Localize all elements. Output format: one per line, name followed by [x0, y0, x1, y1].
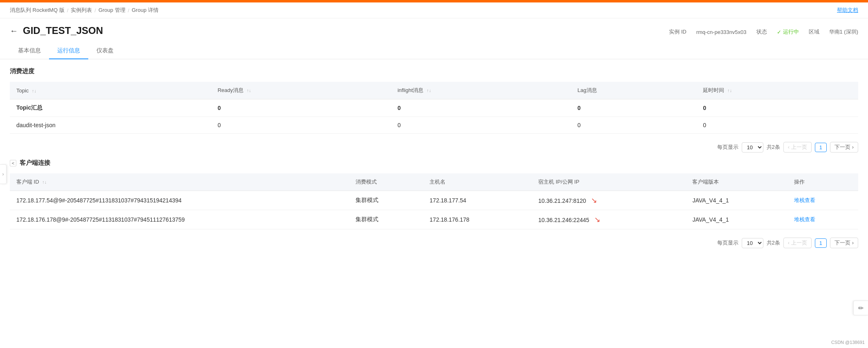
client-ip-1: 10.36.21.246:22445 ↘ [532, 210, 686, 229]
delay-0: 0 [696, 117, 858, 134]
consumption-row-0: daudit-test-json 0 0 0 0 [10, 117, 858, 134]
col-ip: 宿主机 IP/公网 IP [532, 173, 686, 191]
inflight-0: 0 [391, 117, 571, 134]
topic-name-0: daudit-test-json [10, 117, 211, 134]
breadcrumb-current: Group 详情 [132, 7, 159, 14]
consumption-page-num: 1 [815, 143, 827, 152]
tab-runtime[interactable]: 运行信息 [49, 43, 88, 59]
main-content: 消费进度 Topic ↑↓ Ready消息 ↑↓ inflight消息 ↑↓ [0, 59, 868, 261]
arrow-icon-0: ↘ [591, 196, 597, 204]
breadcrumb-sep-1: / [67, 7, 69, 13]
client-section: < 客户端连接 客户端 ID ↑↓ 消费模式 主机名 [10, 159, 858, 253]
consumption-page-size[interactable]: 10 20 50 [742, 142, 763, 153]
check-icon: ✓ [777, 29, 781, 35]
col-action: 操作 [787, 173, 858, 191]
consumption-section: 消费进度 Topic ↑↓ Ready消息 ↑↓ inflight消息 ↑↓ [10, 67, 858, 157]
client-version-0: JAVA_V4_4_1 [686, 191, 787, 210]
breadcrumb-bar: 消息队列 RocketMQ 版 / 实例列表 / Group 管理 / Grou… [0, 2, 868, 18]
instance-id-label: 实例 ID [669, 28, 687, 36]
col-topic: Topic ↑↓ [10, 82, 211, 99]
client-id-0: 172.18.177.54@9#-205487725#1131831037#79… [10, 191, 349, 210]
page-title-row: ← GID_TEST_JSON [10, 25, 103, 36]
client-section-title: 客户端连接 [20, 159, 50, 167]
back-button[interactable]: ← [10, 26, 18, 36]
tab-dashboard[interactable]: 仪表盘 [88, 43, 122, 59]
client-action-0: 堆栈查看 [787, 191, 858, 210]
client-ip-0: 10.36.21.247:8120 ↘ [532, 191, 686, 210]
per-page-label: 每页显示 [717, 144, 738, 151]
client-page-size[interactable]: 10 20 50 [742, 238, 763, 248]
client-prev-arrow-icon: ‹ [788, 240, 790, 246]
sort-ready-icon[interactable]: ↑↓ [247, 88, 251, 93]
sort-topic-icon[interactable]: ↑↓ [32, 88, 36, 93]
client-collapse-icon[interactable]: < [10, 160, 16, 166]
consumption-total: 共2条 [767, 144, 780, 151]
consumption-title: 消费进度 [10, 67, 858, 75]
help-link[interactable]: 帮助文档 [837, 7, 858, 14]
page-title: GID_TEST_JSON [23, 25, 103, 36]
sidebar-collapse-icon: › [2, 171, 4, 177]
page-header: ← GID_TEST_JSON 实例 ID rmq-cn-pe333nv5x03… [0, 18, 868, 36]
consumption-prev-btn[interactable]: ‹ 上一页 [783, 142, 812, 153]
client-next-btn[interactable]: 下一页 › [830, 238, 858, 248]
tabs-container: 基本信息 运行信息 仪表盘 [0, 36, 868, 59]
instance-status-label: 状态 [756, 28, 767, 36]
breadcrumb-group-management[interactable]: Group 管理 [98, 7, 125, 14]
breadcrumb-sep-3: / [128, 7, 130, 13]
client-pagination: 每页显示 10 20 50 共2条 ‹ 上一页 1 下一页 › [10, 233, 858, 253]
client-action-1: 堆栈查看 [787, 210, 858, 229]
tabs: 基本信息 运行信息 仪表盘 [10, 43, 858, 59]
sort-inflight-icon[interactable]: ↑↓ [427, 88, 431, 93]
client-version-1: JAVA_V4_4_1 [686, 210, 787, 229]
sort-client-id-icon[interactable]: ↑↓ [42, 180, 47, 184]
col-delay: 延时时间 ↑↓ [696, 82, 858, 99]
consumption-table-header: Topic ↑↓ Ready消息 ↑↓ inflight消息 ↑↓ Lag消息 [10, 82, 858, 99]
tab-basic[interactable]: 基本信息 [10, 43, 49, 59]
consumption-pagination: 每页显示 10 20 50 共2条 ‹ 上一页 1 下一页 › [10, 137, 858, 157]
instance-info: 实例 ID rmq-cn-pe333nv5x03 状态 ✓ 运行中 区域 华南1… [669, 28, 858, 36]
ready-summary: 0 [211, 99, 391, 117]
client-next-arrow-icon: › [852, 240, 854, 246]
client-per-page-label: 每页显示 [717, 239, 738, 247]
instance-region-value: 华南1 (深圳) [829, 28, 859, 36]
delay-summary: 0 [696, 99, 858, 117]
prev-arrow-icon: ‹ [788, 144, 790, 150]
ready-0: 0 [211, 117, 391, 134]
consumption-table: Topic ↑↓ Ready消息 ↑↓ inflight消息 ↑↓ Lag消息 [10, 82, 858, 134]
breadcrumb-mq[interactable]: 消息队列 RocketMQ 版 [10, 7, 65, 14]
topic-summary-name: Topic汇总 [10, 99, 211, 117]
client-hostname-1: 172.18.176.178 [423, 210, 532, 229]
client-table-header: 客户端 ID ↑↓ 消费模式 主机名 宿主机 IP/公网 IP 客户端版本 [10, 173, 858, 191]
client-mode-1: 集群模式 [349, 210, 423, 229]
client-row-0: 172.18.177.54@9#-205487725#1131831037#79… [10, 191, 858, 210]
consumption-row-summary: Topic汇总 0 0 0 0 [10, 99, 858, 117]
lag-summary: 0 [571, 99, 696, 117]
sidebar-collapse-button[interactable]: › [0, 164, 7, 184]
consumption-next-btn[interactable]: 下一页 › [830, 142, 858, 153]
instance-region-label: 区域 [809, 28, 819, 36]
client-table: 客户端 ID ↑↓ 消费模式 主机名 宿主机 IP/公网 IP 客户端版本 [10, 173, 858, 229]
sort-delay-icon[interactable]: ↑↓ [727, 88, 732, 93]
inflight-summary: 0 [391, 99, 571, 117]
client-hostname-0: 172.18.177.54 [423, 191, 532, 210]
client-mode-0: 集群模式 [349, 191, 423, 210]
stack-view-link-1[interactable]: 堆栈查看 [794, 216, 815, 222]
client-page-num: 1 [815, 238, 827, 248]
breadcrumb: 消息队列 RocketMQ 版 / 实例列表 / Group 管理 / Grou… [10, 7, 159, 14]
stack-view-link-0[interactable]: 堆栈查看 [794, 197, 815, 203]
client-section-header: < 客户端连接 [10, 159, 858, 167]
col-client-id: 客户端 ID ↑↓ [10, 173, 349, 191]
client-row-1: 172.18.176.178@9#-205487725#1131831037#7… [10, 210, 858, 229]
col-lag: Lag消息 [571, 82, 696, 99]
client-prev-btn[interactable]: ‹ 上一页 [783, 238, 812, 248]
col-inflight: inflight消息 ↑↓ [391, 82, 571, 99]
instance-id-value: rmq-cn-pe333nv5x03 [696, 29, 747, 35]
breadcrumb-sep-2: / [94, 7, 96, 13]
col-hostname: 主机名 [423, 173, 532, 191]
col-version: 客户端版本 [686, 173, 787, 191]
breadcrumb-instance-list[interactable]: 实例列表 [71, 7, 92, 14]
instance-status-value: ✓ 运行中 [777, 28, 799, 36]
col-ready: Ready消息 ↑↓ [211, 82, 391, 99]
next-arrow-icon: › [852, 144, 854, 150]
col-mode: 消费模式 [349, 173, 423, 191]
